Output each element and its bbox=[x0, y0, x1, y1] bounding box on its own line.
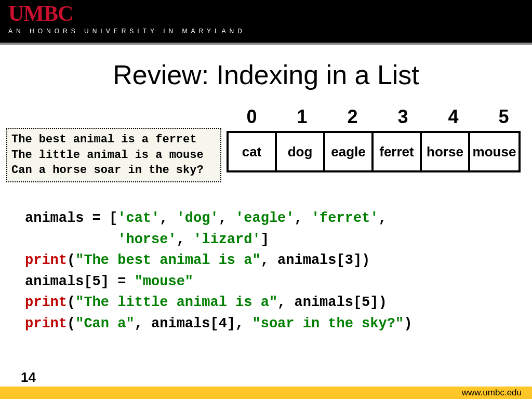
umbc-logo: UMBC bbox=[8, 1, 73, 26]
output-line: Can a horse soar in the sky? bbox=[11, 163, 216, 178]
slide-title: Review: Indexing in a List bbox=[0, 59, 532, 90]
array-row: cat dog eagle ferret horse mouse bbox=[227, 131, 521, 172]
umbc-tagline: AN HONORS UNIVERSITY IN MARYLAND bbox=[8, 28, 246, 35]
code-line: print("The little animal is a", animals[… bbox=[25, 292, 412, 313]
code-line: animals = ['cat', 'dog', 'eagle', 'ferre… bbox=[25, 208, 412, 229]
slide-header: UMBC AN HONORS UNIVERSITY IN MARYLAND bbox=[0, 0, 532, 43]
code-block: animals = ['cat', 'dog', 'eagle', 'ferre… bbox=[25, 208, 412, 334]
header-divider bbox=[0, 43, 532, 45]
array-cell: horse bbox=[422, 133, 470, 170]
array-cell: dog bbox=[277, 133, 325, 170]
array-cell: mouse bbox=[470, 133, 518, 170]
index-label: 5 bbox=[478, 106, 529, 128]
page-number: 14 bbox=[21, 369, 36, 385]
code-line: animals[5] = "mouse" bbox=[25, 271, 412, 292]
index-label: 1 bbox=[277, 106, 327, 128]
footer-url: www.umbc.edu bbox=[462, 388, 522, 398]
array-cell: ferret bbox=[374, 133, 422, 170]
index-label: 4 bbox=[428, 106, 478, 128]
diagram-area: The best animal is a ferret The little a… bbox=[0, 106, 532, 184]
index-row: 0 1 2 3 4 5 bbox=[227, 106, 529, 128]
code-line: print("The best animal is a", animals[3]… bbox=[25, 250, 412, 271]
index-label: 0 bbox=[227, 106, 277, 128]
code-line: print("Can a", animals[4], "soar in the … bbox=[25, 313, 412, 335]
index-label: 3 bbox=[378, 106, 428, 128]
output-line: The little animal is a mouse bbox=[11, 148, 216, 163]
array-cell: cat bbox=[229, 133, 277, 170]
code-line: 'horse', 'lizard'] bbox=[25, 229, 412, 250]
index-label: 2 bbox=[327, 106, 378, 128]
array-cell: eagle bbox=[325, 133, 374, 170]
footer-bar: www.umbc.edu bbox=[0, 387, 532, 399]
output-box: The best animal is a ferret The little a… bbox=[6, 128, 221, 182]
output-line: The best animal is a ferret bbox=[11, 132, 216, 148]
